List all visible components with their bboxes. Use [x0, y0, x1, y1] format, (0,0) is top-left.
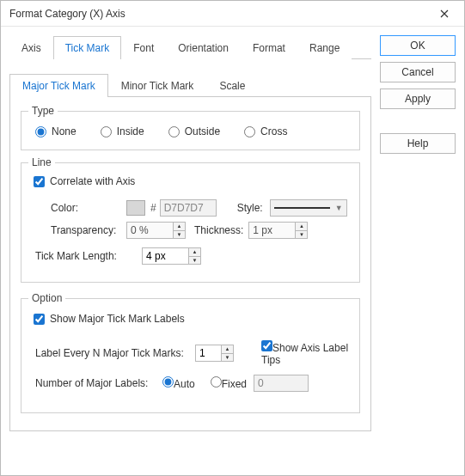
- spin-down-icon[interactable]: ▼: [174, 231, 185, 239]
- tab-tickmark[interactable]: Tick Mark: [53, 36, 122, 59]
- show-major-checkbox[interactable]: [34, 314, 45, 325]
- type-cross-radio[interactable]: [244, 126, 255, 137]
- spin-up-icon[interactable]: ▲: [174, 223, 185, 231]
- help-button[interactable]: Help: [380, 133, 456, 154]
- auto-radio-label[interactable]: Auto: [162, 376, 195, 390]
- thickness-label: Thickness:: [194, 224, 243, 236]
- thickness-input[interactable]: [248, 222, 295, 239]
- fixed-input[interactable]: [254, 375, 309, 392]
- sub-tabs: Major Tick Mark Minor Tick Mark Scale: [9, 73, 371, 97]
- type-inside[interactable]: Inside: [101, 125, 144, 137]
- subtab-minor[interactable]: Minor Tick Mark: [108, 74, 207, 97]
- every-n-spinner[interactable]: ▲▼: [195, 345, 234, 362]
- type-none[interactable]: None: [35, 125, 76, 137]
- tab-axis[interactable]: Axis: [9, 36, 53, 59]
- color-label: Color:: [32, 202, 126, 214]
- tab-format[interactable]: Format: [241, 36, 297, 59]
- spin-up-icon[interactable]: ▲: [222, 345, 233, 354]
- option-legend: Option: [28, 292, 65, 304]
- show-major-labels[interactable]: Show Major Tick Mark Labels: [34, 313, 347, 325]
- every-n-input[interactable]: [195, 345, 221, 362]
- correlate-axis[interactable]: Correlate with Axis: [34, 175, 347, 187]
- line-style-icon: [274, 207, 330, 209]
- tab-orientation[interactable]: Orientation: [166, 36, 241, 59]
- subtab-major[interactable]: Major Tick Mark: [9, 74, 108, 97]
- chevron-down-icon: ▼: [335, 204, 343, 212]
- spin-up-icon[interactable]: ▲: [296, 223, 307, 231]
- close-button[interactable]: [431, 1, 457, 27]
- spin-up-icon[interactable]: ▲: [189, 248, 200, 257]
- spin-down-icon[interactable]: ▼: [222, 354, 233, 362]
- button-column: OK Cancel Apply Help: [380, 35, 456, 431]
- line-group: Line Correlate with Axis Color: # Style:…: [21, 162, 360, 283]
- fixed-radio-label[interactable]: Fixed: [211, 376, 247, 390]
- option-group: Option Show Major Tick Mark Labels Label…: [21, 298, 360, 413]
- close-icon: [440, 9, 449, 18]
- apply-button[interactable]: Apply: [380, 88, 456, 109]
- style-label: Style:: [237, 202, 263, 214]
- ticklen-spinner[interactable]: ▲▼: [142, 247, 201, 265]
- cancel-button[interactable]: Cancel: [380, 62, 456, 82]
- transparency-spinner[interactable]: ▲▼: [126, 222, 186, 239]
- ok-button[interactable]: OK: [380, 35, 456, 56]
- tab-font[interactable]: Font: [121, 36, 166, 59]
- color-swatch[interactable]: [126, 200, 145, 216]
- type-outside[interactable]: Outside: [168, 125, 220, 137]
- type-none-radio[interactable]: [35, 126, 46, 137]
- transparency-label: Transparency:: [32, 224, 126, 236]
- type-group: Type None Inside Outside Cross: [21, 111, 360, 150]
- style-select[interactable]: ▼: [270, 199, 347, 217]
- fixed-radio[interactable]: [211, 376, 222, 388]
- num-labels-label: Number of Major Labels:: [35, 377, 156, 389]
- show-tips[interactable]: Show Axis Label Tips: [261, 340, 349, 366]
- ticklen-input[interactable]: [142, 247, 188, 265]
- panel: Type None Inside Outside Cross Line Corr…: [9, 97, 371, 431]
- ticklen-label: Tick Mark Length:: [32, 250, 142, 262]
- subtab-scale[interactable]: Scale: [206, 74, 258, 97]
- type-legend: Type: [28, 105, 58, 117]
- hash: #: [150, 202, 156, 214]
- type-inside-radio[interactable]: [101, 126, 112, 137]
- line-legend: Line: [28, 156, 55, 168]
- correlate-checkbox[interactable]: [34, 176, 45, 187]
- spin-down-icon[interactable]: ▼: [296, 231, 307, 239]
- type-outside-radio[interactable]: [168, 126, 180, 137]
- tab-range[interactable]: Range: [297, 36, 352, 59]
- every-n-label: Label Every N Major Tick Marks:: [35, 347, 188, 359]
- spin-down-icon[interactable]: ▼: [189, 257, 200, 265]
- show-tips-checkbox[interactable]: [261, 340, 272, 351]
- color-input[interactable]: [160, 199, 217, 217]
- window-title: Format Category (X) Axis: [9, 8, 431, 20]
- auto-radio[interactable]: [162, 376, 174, 388]
- thickness-spinner[interactable]: ▲▼: [248, 222, 308, 239]
- transparency-input[interactable]: [126, 222, 173, 239]
- main-tabs: Axis Tick Mark Font Orientation Format R…: [9, 35, 371, 59]
- type-cross[interactable]: Cross: [244, 125, 287, 137]
- title-bar: Format Category (X) Axis: [1, 1, 464, 27]
